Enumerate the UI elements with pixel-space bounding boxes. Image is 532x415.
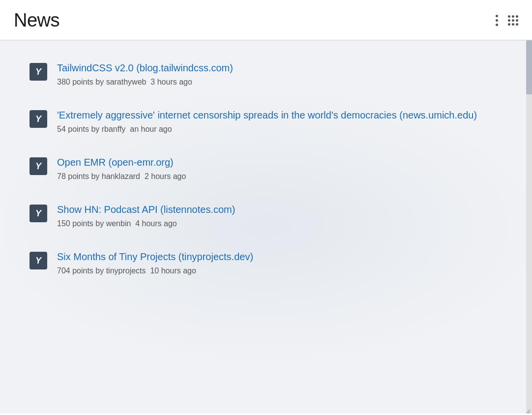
- news-content: Open EMR (open-emr.org) 78 points by han…: [57, 155, 502, 181]
- news-meta: 78 points by hanklazard 2 hours ago: [57, 172, 502, 181]
- hn-icon-label: Y: [35, 208, 41, 219]
- hn-icon: Y: [30, 110, 47, 128]
- news-content: Six Months of Tiny Projects (tinyproject…: [57, 250, 502, 275]
- hn-icon-label: Y: [35, 67, 41, 77]
- news-list: Y TailwindCSS v2.0 (blog.tailwindcss.com…: [0, 40, 532, 296]
- hn-icon: Y: [30, 205, 47, 222]
- news-content: Show HN: Podcast API (listennotes.com) 1…: [57, 203, 502, 228]
- news-meta: 704 points by tinyprojects 10 hours ago: [57, 267, 502, 275]
- list-item: Y TailwindCSS v2.0 (blog.tailwindcss.com…: [30, 50, 502, 97]
- list-item: Y Show HN: Podcast API (listennotes.com)…: [30, 192, 502, 239]
- news-link[interactable]: Six Months of Tiny Projects (tinyproject…: [57, 251, 253, 262]
- news-meta: 54 points by rbanffy an hour ago: [57, 125, 502, 134]
- grid-view-icon[interactable]: [508, 15, 518, 26]
- hn-icon-label: Y: [35, 256, 41, 266]
- hn-icon-label: Y: [35, 114, 41, 124]
- resize-handle[interactable]: [523, 405, 530, 412]
- news-meta: 150 points by wenbin 4 hours ago: [57, 219, 502, 228]
- list-item: Y Open EMR (open-emr.org) 78 points by h…: [30, 145, 502, 192]
- news-content: TailwindCSS v2.0 (blog.tailwindcss.com) …: [57, 61, 502, 87]
- app-container: News Y TailwindCSS v2.0 (blog.tailwi: [0, 0, 532, 414]
- hn-icon-label: Y: [35, 161, 41, 172]
- more-options-icon[interactable]: [496, 15, 498, 26]
- news-link[interactable]: Open EMR (open-emr.org): [57, 157, 174, 168]
- news-content: 'Extremely aggressive' internet censorsh…: [57, 108, 502, 134]
- hn-icon: Y: [30, 252, 47, 269]
- news-meta: 380 points by sarathyweb 3 hours ago: [57, 78, 502, 87]
- hn-icon: Y: [30, 63, 47, 81]
- list-item: Y 'Extremely aggressive' internet censor…: [30, 97, 502, 145]
- hn-icon: Y: [30, 157, 47, 175]
- news-link[interactable]: TailwindCSS v2.0 (blog.tailwindcss.com): [57, 62, 233, 73]
- news-link[interactable]: Show HN: Podcast API (listennotes.com): [57, 204, 235, 215]
- list-item: Y Six Months of Tiny Projects (tinyproje…: [30, 239, 502, 286]
- header: News: [0, 0, 532, 40]
- news-link[interactable]: 'Extremely aggressive' internet censorsh…: [57, 110, 477, 120]
- content-area: Y TailwindCSS v2.0 (blog.tailwindcss.com…: [0, 40, 532, 414]
- page-title: News: [14, 10, 59, 31]
- header-actions: [496, 15, 518, 26]
